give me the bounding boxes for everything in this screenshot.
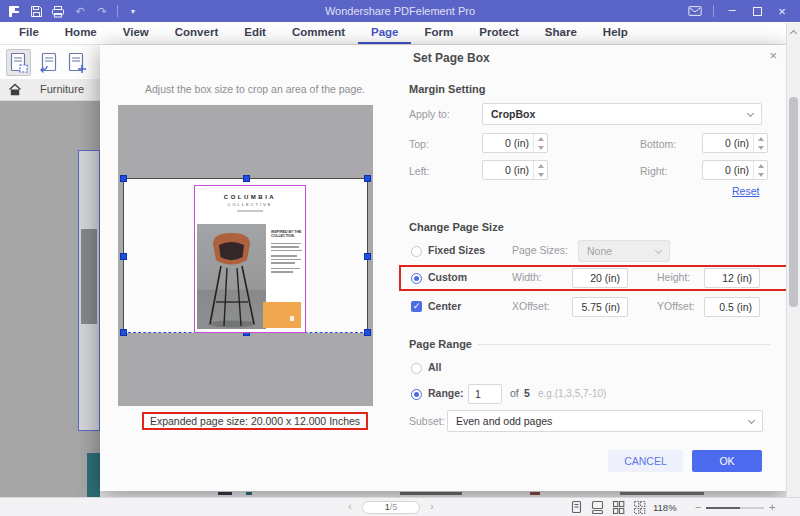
spinner-down-button[interactable] <box>754 170 767 179</box>
crop-handle-bottom-left[interactable] <box>120 329 127 336</box>
crop-handle-top-left[interactable] <box>120 175 127 182</box>
spinner-up-button[interactable] <box>534 134 547 143</box>
crop-preview: COLUMBIA COLLECTIVE <box>118 105 373 406</box>
mail-icon[interactable] <box>688 4 702 18</box>
single-page-view-icon[interactable] <box>570 500 583 514</box>
bottom-margin-stepper[interactable]: 0 (in) <box>702 133 768 153</box>
save-icon[interactable] <box>29 4 43 18</box>
doc-mark <box>218 492 232 495</box>
subset-select[interactable]: Even and odd pages <box>447 410 763 432</box>
scrollbar-thumb[interactable] <box>789 97 798 307</box>
catalog-tagline-bar <box>237 210 263 212</box>
page-sizes-select: None <box>578 240 670 262</box>
center-checkbox[interactable]: ✓ <box>411 301 422 312</box>
subset-label: Subset: <box>409 415 445 427</box>
spinner-down-button[interactable] <box>754 143 767 152</box>
menu-convert[interactable]: Convert <box>162 22 231 44</box>
right-margin-stepper[interactable]: 0 (in) <box>702 160 768 180</box>
home-tab-icon[interactable] <box>0 83 30 96</box>
menu-view[interactable]: View <box>110 22 162 44</box>
crop-handle-top-right[interactable] <box>364 175 371 182</box>
ok-button[interactable]: OK <box>692 450 762 472</box>
text-line <box>271 255 297 257</box>
top-margin-value: 0 (in) <box>505 137 529 149</box>
crop-handle-mid-right[interactable] <box>364 253 371 260</box>
two-page-continuous-view-icon[interactable] <box>633 500 646 514</box>
range-radio[interactable] <box>411 389 422 400</box>
print-icon[interactable] <box>51 4 65 18</box>
quick-access-dropdown-icon[interactable]: ▼ <box>126 4 140 18</box>
text-line <box>271 268 300 270</box>
zoom-slider[interactable] <box>706 507 764 509</box>
right-label: Right: <box>640 165 667 177</box>
spinner-up-button[interactable] <box>754 161 767 170</box>
top-label: Top: <box>409 138 429 150</box>
of-label: of <box>510 387 519 399</box>
text-line <box>271 271 293 273</box>
top-margin-stepper[interactable]: 0 (in) <box>482 133 548 153</box>
spinner-up-button[interactable] <box>534 161 547 170</box>
menu-form[interactable]: Form <box>411 22 466 44</box>
catalog-title: COLUMBIA <box>195 194 305 200</box>
spinner-down-button[interactable] <box>534 143 547 152</box>
spinner-up-button[interactable] <box>754 134 767 143</box>
custom-radio[interactable] <box>411 273 422 284</box>
cancel-button[interactable]: CANCEL <box>608 450 683 472</box>
page-indicator[interactable]: 1/5 <box>362 501 420 514</box>
preview-instruction: Adjust the box size to crop an area of t… <box>100 83 410 95</box>
menu-page[interactable]: Page <box>358 22 412 44</box>
bottom-margin-value: 0 (in) <box>725 137 749 149</box>
two-page-view-icon[interactable] <box>612 500 625 514</box>
doc-mark <box>246 492 252 495</box>
height-input[interactable]: 12 (in) <box>704 268 760 288</box>
dialog-close-icon[interactable]: × <box>769 48 777 63</box>
fixed-sizes-radio[interactable] <box>411 246 422 257</box>
range-input[interactable]: 1 <box>468 384 502 404</box>
set-page-box-button[interactable] <box>6 49 31 76</box>
menu-file[interactable]: File <box>6 22 52 44</box>
undo-icon[interactable]: ↶ <box>73 4 87 18</box>
spinner-down-button[interactable] <box>534 170 547 179</box>
range-label: Range: <box>428 387 464 399</box>
previous-page-icon[interactable]: ‹ <box>348 500 352 512</box>
minimize-icon[interactable]: – <box>725 2 739 16</box>
zoom-in-icon[interactable]: + <box>769 501 775 513</box>
menu-share[interactable]: Share <box>532 22 590 44</box>
chevron-down-icon <box>748 417 755 424</box>
tab-furniture[interactable]: Furniture <box>30 79 94 100</box>
menu-comment[interactable]: Comment <box>279 22 358 44</box>
menu-home[interactable]: Home <box>52 22 110 44</box>
chevron-down-icon <box>747 110 754 117</box>
crop-handle-top-center[interactable] <box>243 175 250 182</box>
xoffset-input[interactable]: 5.75 (in) <box>572 297 628 317</box>
reset-link[interactable]: Reset <box>732 185 759 197</box>
crop-handle-bottom-right[interactable] <box>364 329 371 336</box>
range-hint: e.g.(1,3,5,7-10) <box>538 388 606 399</box>
orange-block-glyph <box>290 316 294 321</box>
crop-handle-mid-left[interactable] <box>120 253 127 260</box>
close-window-icon[interactable]: × <box>775 4 789 18</box>
view-mode-group <box>570 500 646 514</box>
vertical-scrollbar <box>786 23 800 497</box>
zoom-slider-fill <box>706 507 740 509</box>
crop-box-area: COLUMBIA COLLECTIVE <box>123 178 368 333</box>
page-thumbnail-fragment[interactable] <box>78 150 100 431</box>
continuous-view-icon[interactable] <box>591 500 604 514</box>
apply-to-select[interactable]: CropBox <box>482 103 762 125</box>
menu-protect[interactable]: Protect <box>466 22 532 44</box>
zoom-out-icon[interactable]: − <box>695 501 701 513</box>
maximize-icon[interactable] <box>750 4 764 18</box>
menu-help[interactable]: Help <box>590 22 641 44</box>
margin-setting-heading: Margin Setting <box>409 83 485 95</box>
all-pages-radio[interactable] <box>411 363 422 374</box>
insert-pages-button[interactable] <box>64 49 89 76</box>
redo-icon[interactable]: ↷ <box>95 4 109 18</box>
extract-pages-button[interactable] <box>35 49 60 76</box>
left-margin-stepper[interactable]: 0 (in) <box>482 160 548 180</box>
menu-edit[interactable]: Edit <box>231 22 279 44</box>
yoffset-input[interactable]: 0.5 (in) <box>704 297 760 317</box>
scroll-up-icon[interactable] <box>790 30 797 37</box>
catalog-subtitle: COLLECTIVE <box>195 202 305 207</box>
width-input[interactable]: 20 (in) <box>572 268 628 288</box>
next-page-icon[interactable]: › <box>430 500 434 512</box>
